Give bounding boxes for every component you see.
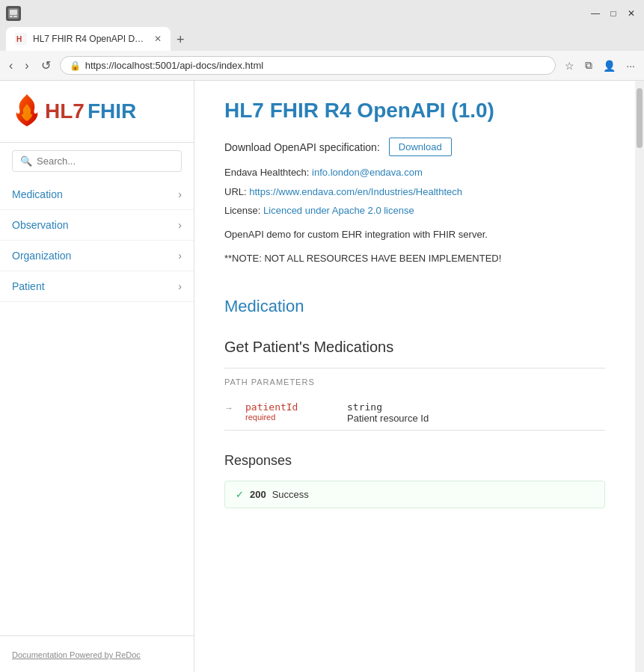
redoc-link[interactable]: Documentation Powered by ReDoc <box>12 650 141 659</box>
chevron-right-icon: › <box>178 250 182 262</box>
sidebar-item-label: Patient <box>12 280 45 292</box>
close-button[interactable]: ✕ <box>625 7 638 20</box>
search-icon: 🔍 <box>20 155 32 167</box>
reload-button[interactable]: ↺ <box>38 55 54 75</box>
tab-favicon: H <box>15 33 27 45</box>
chevron-right-icon: › <box>178 219 182 231</box>
flame-icon <box>12 93 42 130</box>
sidebar-footer: Documentation Powered by ReDoc <box>0 635 194 672</box>
sidebar: HL7 FHIR 🔍 Medication › Observation › Or… <box>0 81 194 672</box>
new-tab-button[interactable]: + <box>171 29 191 51</box>
bookmark-star-icon[interactable]: ☆ <box>562 56 577 75</box>
response-text: Success <box>272 489 309 500</box>
page-title: HL7 FHIR R4 OpenAPI (1.0) <box>224 99 605 123</box>
responses-section: Responses ✓ 200 Success <box>224 453 605 508</box>
browser-icon <box>6 6 21 21</box>
meta-license: License: Licenced under Apache 2.0 licen… <box>224 203 605 218</box>
param-required-badge: required <box>245 413 335 422</box>
main-content: HL7 FHIR R4 OpenAPI (1.0) Download OpenA… <box>194 81 635 672</box>
minimize-button[interactable]: — <box>589 7 602 20</box>
browser-tab[interactable]: H HL7 FHIR R4 OpenAPI Docume... ✕ <box>6 27 171 51</box>
endpoint-title: Get Patient's Medications <box>224 339 605 356</box>
sidebar-item-observation[interactable]: Observation › <box>0 210 194 241</box>
param-type: string <box>347 401 605 413</box>
url-link[interactable]: https://www.endava.com/en/Industries/Hea… <box>249 186 462 197</box>
param-arrow-icon: → <box>224 403 233 413</box>
tab-close-icon[interactable]: ✕ <box>154 34 162 44</box>
sidebar-item-patient[interactable]: Patient › <box>0 271 194 302</box>
svg-rect-2 <box>10 16 13 17</box>
scrollbar[interactable] <box>635 81 644 672</box>
search-input[interactable] <box>37 155 174 167</box>
back-button[interactable]: ‹ <box>6 56 16 75</box>
sidebar-logo: HL7 FHIR <box>0 81 194 143</box>
meta-url: URL: https://www.endava.com/en/Industrie… <box>224 185 605 200</box>
chevron-right-icon: › <box>178 280 182 292</box>
logo-hl7: HL7 <box>45 99 85 123</box>
svg-rect-3 <box>13 16 17 17</box>
download-button[interactable]: Download <box>389 138 452 156</box>
sidebar-nav: Medication › Observation › Organization … <box>0 179 194 635</box>
path-params-label: PATH PARAMETERS <box>224 377 605 386</box>
param-type-section: string Patient resource Id <box>347 401 605 424</box>
param-name: patientId <box>245 401 335 413</box>
param-description: Patient resource Id <box>347 413 605 424</box>
sidebar-search: 🔍 <box>0 143 194 179</box>
meta-company: Endava Healthtech: info.london@endava.co… <box>224 165 605 180</box>
menu-icon[interactable]: ··· <box>623 56 638 75</box>
license-link[interactable]: Licenced under Apache 2.0 license <box>263 205 414 216</box>
responses-title: Responses <box>224 453 605 469</box>
email-link[interactable]: info.london@endava.com <box>312 167 423 178</box>
sidebar-item-label: Organization <box>12 250 71 262</box>
svg-rect-1 <box>10 10 17 15</box>
window-controls: — □ ✕ <box>589 7 638 20</box>
scrollbar-thumb[interactable] <box>637 88 643 148</box>
chevron-right-icon: › <box>178 188 182 200</box>
download-label: Download OpenAPI specification: <box>224 141 380 153</box>
api-description: OpenAPI demo for custom EHR integration … <box>224 227 605 243</box>
medication-section-title: Medication <box>224 297 605 316</box>
tab-title: HL7 FHIR R4 OpenAPI Docume... <box>33 34 148 44</box>
lock-icon: 🔒 <box>70 61 81 71</box>
param-name-section: patientId required <box>245 401 335 422</box>
path-params-section: PATH PARAMETERS → patientId required str… <box>224 368 605 431</box>
url-text: https://localhost:5001/api-docs/index.ht… <box>85 60 547 71</box>
maximize-button[interactable]: □ <box>607 7 620 20</box>
sidebar-item-organization[interactable]: Organization › <box>0 241 194 271</box>
check-icon: ✓ <box>236 489 244 500</box>
svg-text:H: H <box>16 35 22 43</box>
download-row: Download OpenAPI specification: Download <box>224 138 605 156</box>
address-bar[interactable]: 🔒 https://localhost:5001/api-docs/index.… <box>60 56 556 75</box>
sidebar-item-label: Observation <box>12 219 68 231</box>
response-code: 200 <box>250 489 266 500</box>
profile-icon[interactable]: 👤 <box>600 56 619 75</box>
sidebar-item-medication[interactable]: Medication › <box>0 179 194 210</box>
param-row: → patientId required string Patient reso… <box>224 395 605 431</box>
response-item: ✓ 200 Success <box>224 481 605 508</box>
logo-fhir: FHIR <box>88 99 136 123</box>
collections-icon[interactable]: ⧉ <box>582 56 595 75</box>
sidebar-item-label: Medication <box>12 188 63 200</box>
forward-button[interactable]: › <box>22 56 31 75</box>
api-note: **NOTE: NOT ALL RESOURCES HAVE BEEN IMPL… <box>224 251 605 267</box>
